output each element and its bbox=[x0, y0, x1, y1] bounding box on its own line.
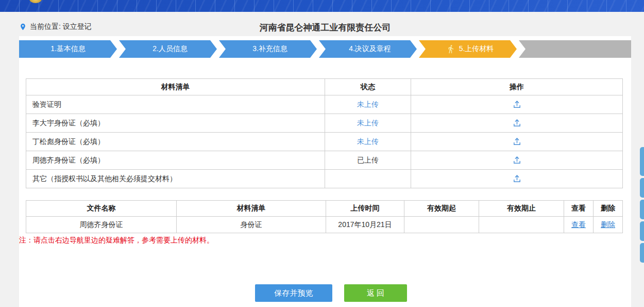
step-label: 3.补充信息 bbox=[252, 44, 287, 54]
side-tab[interactable] bbox=[640, 243, 644, 263]
upload-button[interactable] bbox=[511, 173, 523, 184]
back-button[interactable]: 返 回 bbox=[344, 284, 407, 302]
table-row: 周德齐身份证 身份证 2017年10月21日 查看 删除 bbox=[26, 217, 623, 233]
status-badge: 未上传 bbox=[325, 114, 411, 133]
operation-cell bbox=[411, 133, 623, 151]
col-upload-time: 上传时间 bbox=[326, 201, 404, 217]
side-tab[interactable] bbox=[640, 147, 644, 176]
uploaded-files-table: 文件名称 材料清单 上传时间 有效期起 有效期止 查看 删除 周德齐身份证 身份… bbox=[26, 200, 623, 233]
delete-cell: 删除 bbox=[594, 217, 623, 233]
status-badge: 未上传 bbox=[325, 133, 411, 151]
status-badge: 未上传 bbox=[325, 95, 411, 114]
step-wizard: 1.基本信息 2.人员信息 3.补充信息 4.决议及章程 5.上传材料 bbox=[19, 40, 631, 58]
step-tab-basic-info[interactable]: 1.基本信息 bbox=[19, 40, 117, 58]
step-wizard-remainder bbox=[519, 40, 631, 58]
file-valid-from bbox=[404, 217, 479, 233]
material-name: 丁松彪身份证（必填） bbox=[26, 133, 325, 151]
upload-button[interactable] bbox=[511, 155, 523, 166]
col-delete: 删除 bbox=[594, 201, 623, 217]
col-material-list: 材料清单 bbox=[177, 201, 326, 217]
step-label: 2.人员信息 bbox=[152, 44, 188, 54]
upload-button[interactable] bbox=[511, 99, 523, 110]
table-row: 周德齐身份证（必填） 已上传 bbox=[26, 151, 623, 170]
operation-cell bbox=[411, 114, 623, 133]
status-badge bbox=[325, 170, 411, 188]
side-tab[interactable] bbox=[640, 221, 644, 241]
upload-button[interactable] bbox=[511, 136, 523, 147]
table-row: 验资证明 未上传 bbox=[26, 95, 623, 114]
side-tab[interactable] bbox=[640, 200, 644, 219]
materials-table: 材料清单 状态 操作 验资证明 未上传 李大宇身份证（必填） 未上传 bbox=[26, 78, 623, 188]
upload-icon bbox=[513, 119, 521, 127]
upload-icon bbox=[513, 156, 521, 165]
file-material: 身份证 bbox=[177, 217, 326, 233]
page-title: 河南省昆仑神通工业有限责任公司 bbox=[19, 22, 631, 34]
step-label: 1.基本信息 bbox=[50, 44, 86, 54]
col-status: 状态 bbox=[325, 79, 411, 95]
step-tab-upload-materials[interactable]: 5.上传材料 bbox=[419, 40, 517, 58]
material-name: 周德齐身份证（必填） bbox=[26, 151, 325, 170]
operation-cell bbox=[411, 95, 623, 114]
table-row: 李大宇身份证（必填） 未上传 bbox=[26, 114, 623, 133]
table-row: 丁松彪身份证（必填） 未上传 bbox=[26, 133, 623, 151]
view-cell: 查看 bbox=[564, 217, 594, 233]
col-valid-to: 有效期止 bbox=[479, 201, 564, 217]
delete-link[interactable]: 删除 bbox=[601, 220, 615, 229]
material-name: 其它（指授权书以及其他相关必须提交材料） bbox=[26, 170, 325, 188]
step-label: 4.决议及章程 bbox=[349, 44, 391, 54]
step-tab-resolution-charter[interactable]: 4.决议及章程 bbox=[319, 40, 417, 58]
site-emblem bbox=[29, 0, 42, 3]
step-label: 5.上传材料 bbox=[459, 44, 494, 54]
col-file-name: 文件名称 bbox=[26, 201, 177, 217]
step-tab-supplementary-info[interactable]: 3.补充信息 bbox=[219, 40, 317, 58]
table-header-row: 文件名称 材料清单 上传时间 有效期起 有效期止 查看 删除 bbox=[26, 201, 623, 217]
save-and-preview-button[interactable]: 保存并预览 bbox=[255, 284, 332, 302]
upload-button[interactable] bbox=[511, 118, 523, 128]
view-link[interactable]: 查看 bbox=[571, 220, 586, 229]
upload-icon bbox=[513, 174, 521, 183]
col-material-list: 材料清单 bbox=[26, 79, 325, 95]
table-header-row: 材料清单 状态 操作 bbox=[26, 79, 623, 95]
file-name: 周德齐身份证 bbox=[26, 217, 177, 233]
operation-cell bbox=[411, 151, 623, 170]
upload-icon bbox=[513, 137, 521, 146]
col-view: 查看 bbox=[564, 201, 594, 217]
file-valid-to bbox=[479, 217, 564, 233]
col-operation: 操作 bbox=[411, 79, 623, 95]
upload-icon bbox=[513, 100, 521, 109]
note-text: 注：请点击右边导航里边的疑难解答，参考需要上传的材料。 bbox=[19, 236, 214, 245]
step-tab-personnel-info[interactable]: 2.人员信息 bbox=[119, 40, 217, 58]
operation-cell bbox=[411, 170, 623, 188]
main-panel: 1.基本信息 2.人员信息 3.补充信息 4.决议及章程 5.上传材料 材料清单… bbox=[19, 36, 631, 307]
table-row: 其它（指授权书以及其他相关必须提交材料） bbox=[26, 170, 623, 188]
side-tab[interactable] bbox=[640, 178, 644, 198]
material-name: 验资证明 bbox=[26, 95, 325, 114]
material-name: 李大宇身份证（必填） bbox=[26, 114, 325, 133]
top-banner bbox=[0, 0, 644, 12]
file-upload-time: 2017年10月21日 bbox=[326, 217, 404, 233]
runner-icon bbox=[446, 44, 455, 54]
col-valid-from: 有效期起 bbox=[404, 201, 479, 217]
status-badge: 已上传 bbox=[325, 151, 411, 170]
